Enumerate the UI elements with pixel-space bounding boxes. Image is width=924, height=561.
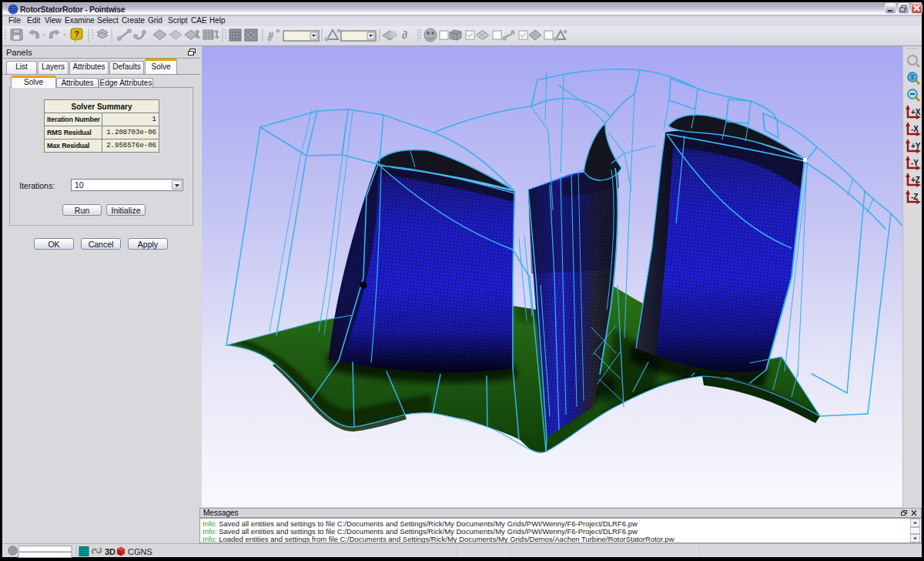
svg-text:-X: -X [911,125,919,133]
svg-text:∂: ∂ [402,29,407,41]
svg-text:CGNS: CGNS [128,547,152,556]
svg-text:-Z: -Z [911,193,918,201]
svg-text:+Y: +Y [911,142,921,150]
svg-text:+Z: +Z [911,176,920,184]
svg-text:-Y: -Y [911,159,919,167]
svg-text:?: ? [74,29,79,39]
svg-text:3D: 3D [105,547,116,556]
svg-text:+X: +X [911,108,921,116]
